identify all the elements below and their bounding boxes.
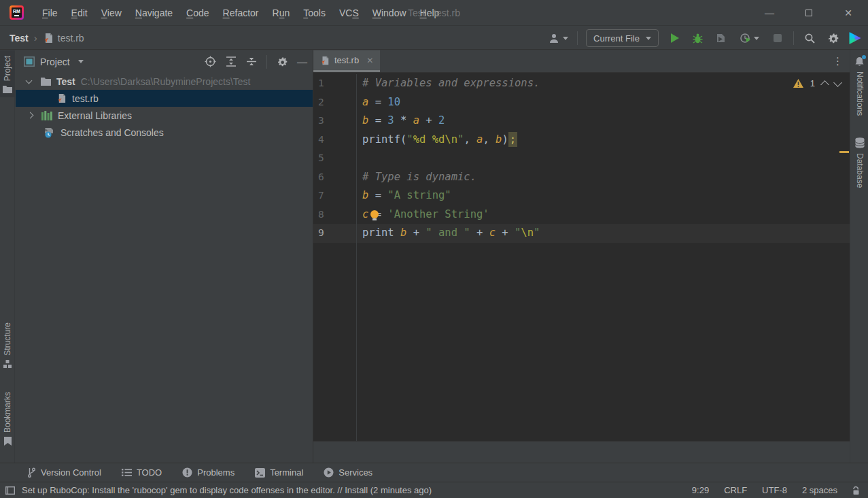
code-editor[interactable]: 1 123456789 # Variables and expressions.… <box>313 73 850 441</box>
menu-item-refactor[interactable]: Refactor <box>217 5 265 21</box>
tool-button-todo[interactable]: TODO <box>122 467 162 478</box>
editor-tab-bar: test.rb ✕ ⋮ <box>313 50 850 73</box>
menu-item-code[interactable]: Code <box>180 5 215 21</box>
stripe-structure-button[interactable]: Structure <box>0 322 15 368</box>
menu-item-view[interactable]: View <box>95 5 128 21</box>
menu-item-file[interactable]: File <box>36 5 64 21</box>
run-configuration-select[interactable]: Current File <box>586 29 659 47</box>
scratches-icon <box>44 127 56 138</box>
menu-item-tools[interactable]: Tools <box>297 5 332 21</box>
status-message[interactable]: Set up RuboCop: Install the 'rubocop' ge… <box>22 485 432 495</box>
tab-options-icon[interactable]: ⋮ <box>833 55 843 67</box>
tool-window-toggle-icon[interactable] <box>5 486 15 495</box>
close-button[interactable]: ✕ <box>829 0 868 26</box>
editor-bottom-band <box>313 441 850 463</box>
code-line-2[interactable]: a = 10 <box>357 93 850 112</box>
line-number: 5 <box>313 149 356 168</box>
menu-item-window[interactable]: Window <box>366 5 413 21</box>
line-number: 1 <box>313 74 356 93</box>
project-tree: Test C:\Users\Darksa\RubymineProjects\Te… <box>16 73 313 141</box>
toolbar-separator <box>793 31 794 45</box>
project-panel-header: Project — <box>16 50 313 73</box>
tree-row-scratches[interactable]: Scratches and Consoles <box>16 124 313 141</box>
code-line-8[interactable]: c = 'Another String' <box>357 205 850 225</box>
minimize-button[interactable]: — <box>750 0 789 26</box>
main-menu: FileEditViewNavigateCodeRefactorRunTools… <box>36 5 445 21</box>
main-toolbar: Test › test.rb Current File <box>0 27 868 50</box>
tab-close-icon[interactable]: ✕ <box>366 56 373 65</box>
notification-badge <box>862 55 866 59</box>
debug-button[interactable] <box>690 31 705 46</box>
menu-item-navigate[interactable]: Navigate <box>129 5 179 21</box>
scrollbar-warning-mark[interactable] <box>839 151 849 153</box>
expand-all-icon[interactable] <box>226 56 237 67</box>
structure-icon <box>3 360 12 368</box>
menu-item-help[interactable]: Help <box>414 5 446 21</box>
terminal-icon <box>255 468 265 478</box>
indent-style[interactable]: 2 spaces <box>802 485 837 495</box>
inspection-widget: 1 <box>793 78 841 88</box>
breadcrumb-project[interactable]: Test <box>10 33 29 44</box>
breadcrumb-file[interactable]: test.rb <box>58 33 84 44</box>
code-line-5[interactable] <box>357 149 850 168</box>
line-separator[interactable]: CRLF <box>724 485 747 495</box>
stripe-bookmarks-button[interactable]: Bookmarks <box>0 392 15 446</box>
maximize-button[interactable] <box>789 0 829 26</box>
folder-icon <box>41 77 51 86</box>
stripe-project-button[interactable]: Project <box>0 50 15 97</box>
code-line-3[interactable]: b = 3 * a + 2 <box>357 112 850 131</box>
project-panel-title[interactable]: Project <box>40 56 70 67</box>
tool-button-problems[interactable]: Problems <box>182 467 235 478</box>
left-tool-stripe: Project Structure Bookmarks <box>0 50 15 463</box>
previous-problem-icon[interactable] <box>820 80 829 89</box>
problems-icon <box>182 467 192 478</box>
profiler-button[interactable] <box>736 31 762 46</box>
toolbox-gradient-icon[interactable] <box>848 32 861 45</box>
settings-gear-icon[interactable] <box>825 31 840 46</box>
next-problem-icon[interactable] <box>833 78 842 87</box>
line-number: 4 <box>313 131 356 150</box>
tool-button-terminal[interactable]: Terminal <box>255 467 303 478</box>
rubymine-logo-icon[interactable]: RM <box>10 5 24 20</box>
tool-button-version-control[interactable]: Version Control <box>27 467 101 478</box>
tool-button-services[interactable]: Services <box>324 467 372 478</box>
code-line-9[interactable]: print b + " and " + c + "\n" <box>357 224 850 243</box>
menu-item-vcs[interactable]: VCS <box>333 5 365 21</box>
file-encoding[interactable]: UTF-8 <box>762 485 787 495</box>
tree-row-external-libraries[interactable]: External Libraries <box>16 107 313 124</box>
code-line-4[interactable]: printf("%d %d\n", a, b); <box>357 131 850 150</box>
run-button[interactable] <box>667 31 682 46</box>
git-branch-icon <box>27 467 36 478</box>
window-controls: — ✕ <box>750 0 868 26</box>
tree-row-test-rb[interactable]: test.rb <box>16 90 313 107</box>
tree-expanded-icon[interactable] <box>26 77 33 84</box>
intention-bulb-icon[interactable] <box>370 210 379 218</box>
bookmark-icon <box>4 437 12 446</box>
hide-panel-icon[interactable]: — <box>297 56 307 67</box>
code-line-7[interactable]: b = "A string" <box>357 186 850 205</box>
caret-position[interactable]: 9:29 <box>692 485 709 495</box>
stripe-notifications-button[interactable]: Notifications <box>850 56 868 116</box>
tree-collapsed-icon[interactable] <box>27 112 34 119</box>
code-line-1[interactable]: # Variables and expressions. <box>357 74 850 93</box>
menu-item-run[interactable]: Run <box>266 5 296 21</box>
tab-test-rb[interactable]: test.rb ✕ <box>313 50 380 72</box>
stripe-database-button[interactable]: Database <box>850 137 868 188</box>
collapse-all-icon[interactable] <box>246 56 257 67</box>
warning-triangle-icon[interactable] <box>793 79 803 88</box>
project-view-dropdown-icon[interactable] <box>78 60 84 63</box>
tree-row-project-root[interactable]: Test C:\Users\Darksa\RubymineProjects\Te… <box>16 73 313 90</box>
menu-item-edit[interactable]: Edit <box>65 5 94 21</box>
search-everywhere-icon[interactable] <box>802 31 817 46</box>
title-bar: RM FileEditViewNavigateCodeRefactorRunTo… <box>0 0 868 26</box>
code-line-6[interactable]: # Type is dynamic. <box>357 168 850 187</box>
stop-button[interactable] <box>770 31 785 46</box>
toolbar-separator <box>577 31 578 45</box>
services-icon <box>324 467 334 478</box>
locate-file-icon[interactable] <box>205 56 216 67</box>
user-avatar-icon[interactable] <box>547 31 569 46</box>
panel-settings-gear-icon[interactable] <box>277 56 288 67</box>
code-lines[interactable]: # Variables and expressions.a = 10b = 3 … <box>357 74 850 243</box>
run-with-coverage-button[interactable] <box>713 31 728 46</box>
readonly-lock-icon[interactable] <box>852 486 860 495</box>
